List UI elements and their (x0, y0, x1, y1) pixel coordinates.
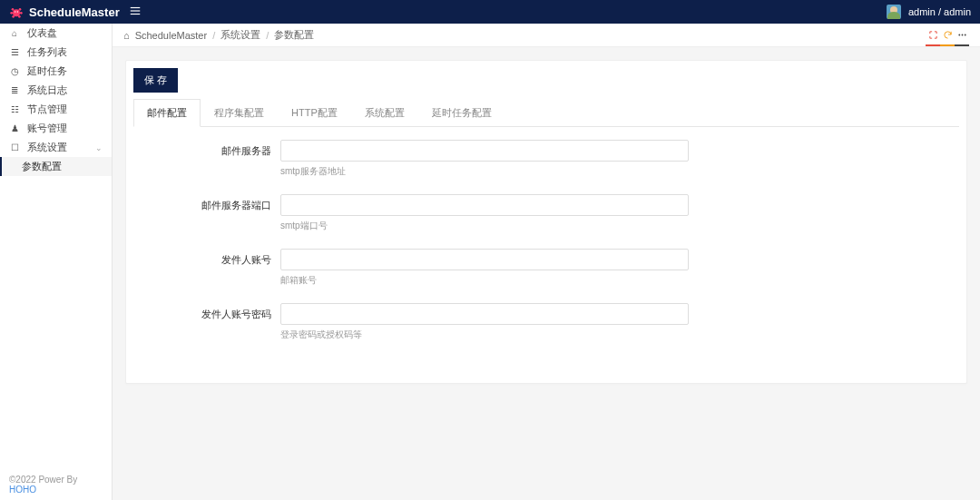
sidebar-item-label: 系统设置 (27, 141, 67, 154)
sidebar-item-label: 系统日志 (27, 83, 67, 97)
settings-card: 保 存 邮件配置 程序集配置 HTTP配置 系统配置 延时任务配置 邮件服务器 … (125, 60, 967, 384)
breadcrumb: ScheduleMaster / 系统设置 / 参数配置 (135, 28, 315, 42)
menu-toggle-icon[interactable] (129, 5, 142, 20)
form-row-smtp-server: 邮件服务器 smtp服务器地址 (144, 140, 948, 178)
form-help: 登录密码或授权码等 (280, 328, 689, 341)
svg-point-13 (961, 34, 963, 36)
form-label: 发件人账号密码 (144, 303, 280, 321)
smtp-server-input[interactable] (280, 140, 689, 162)
sidebar-item-nodes[interactable]: ☷ 节点管理 (0, 100, 112, 119)
footer-prefix: ©2022 Power By (9, 475, 77, 485)
smtp-port-input[interactable] (280, 194, 689, 216)
content: 保 存 邮件配置 程序集配置 HTTP配置 系统配置 延时任务配置 邮件服务器 … (113, 47, 980, 500)
tab-assembly[interactable]: 程序集配置 (201, 99, 278, 127)
form-help: smtp端口号 (280, 220, 689, 232)
user-display: admin / admin (908, 6, 971, 17)
tab-email[interactable]: 邮件配置 (133, 99, 201, 127)
form-label: 邮件服务器 (144, 140, 280, 158)
breadcrumb-home-icon[interactable]: ⌂ (123, 30, 130, 41)
avatar (887, 5, 901, 19)
log-icon: ≣ (9, 85, 20, 95)
sidebar-item-settings[interactable]: ☐ 系统设置 ⌄ (0, 138, 112, 157)
svg-point-1 (12, 8, 15, 11)
svg-point-4 (20, 12, 23, 15)
save-button[interactable]: 保 存 (133, 68, 178, 93)
svg-rect-9 (130, 6, 140, 7)
form-label: 发件人账号 (144, 249, 280, 267)
breadcrumb-sep: / (266, 30, 269, 41)
breadcrumb-level1[interactable]: 系统设置 (220, 28, 260, 42)
svg-rect-10 (130, 10, 140, 11)
breadcrumb-root[interactable]: ScheduleMaster (135, 30, 208, 41)
list-icon: ☰ (9, 47, 20, 57)
form-row-sender-account: 发件人账号 邮箱账号 (144, 249, 948, 287)
form-row-smtp-port: 邮件服务器端口 smtp端口号 (144, 194, 948, 232)
main: ⌂ ScheduleMaster / 系统设置 / 参数配置 (113, 24, 980, 500)
email-config-form: 邮件服务器 smtp服务器地址 邮件服务器端口 smtp端口号 (126, 127, 966, 383)
topbar: ScheduleMaster admin / admin (0, 0, 980, 24)
sidebar-item-label: 仪表盘 (27, 26, 57, 40)
more-icon[interactable] (955, 28, 969, 43)
sidebar-footer: ©2022 Power By HOHO (0, 469, 112, 500)
sidebar-subitem-label: 参数配置 (22, 160, 62, 173)
svg-point-14 (964, 34, 965, 36)
svg-point-2 (19, 8, 22, 11)
footer-link[interactable]: HOHO (9, 485, 36, 495)
form-row-sender-password: 发件人账号密码 登录密码或授权码等 (144, 303, 948, 341)
sidebar-item-label: 延时任务 (27, 64, 67, 78)
sidebar-item-tasks[interactable]: ☰ 任务列表 (0, 43, 112, 62)
sidebar-item-accounts[interactable]: ♟ 账号管理 (0, 119, 112, 138)
svg-point-8 (17, 11, 18, 12)
brand-logo-icon (9, 5, 24, 19)
cog-icon: ☐ (9, 142, 20, 152)
svg-point-5 (12, 15, 15, 18)
sender-account-input[interactable] (280, 249, 689, 270)
sidebar: ⌂ 仪表盘 ☰ 任务列表 ◷ 延时任务 ≣ 系统日志 ☷ 节点管理 ♟ 账号管理… (0, 24, 113, 500)
svg-point-7 (15, 11, 15, 12)
fullscreen-icon[interactable] (926, 28, 940, 43)
form-label: 邮件服务器端口 (144, 194, 280, 212)
sidebar-item-logs[interactable]: ≣ 系统日志 (0, 81, 112, 100)
sender-password-input[interactable] (280, 303, 689, 325)
tab-tools (926, 28, 969, 43)
sidebar-item-delayed[interactable]: ◷ 延时任务 (0, 62, 112, 81)
topbar-user-area[interactable]: admin / admin (887, 5, 971, 19)
svg-point-12 (958, 34, 960, 36)
tab-system[interactable]: 系统配置 (351, 99, 418, 127)
sidebar-item-label: 账号管理 (27, 122, 67, 135)
breadcrumb-bar: ⌂ ScheduleMaster / 系统设置 / 参数配置 (113, 24, 980, 47)
sidebar-item-dashboard[interactable]: ⌂ 仪表盘 (0, 24, 112, 43)
user-icon: ♟ (9, 123, 20, 133)
home-icon: ⌂ (9, 28, 20, 38)
sidebar-item-label: 节点管理 (27, 103, 67, 116)
svg-rect-11 (130, 13, 140, 14)
breadcrumb-sep: / (212, 30, 215, 41)
form-help: 邮箱账号 (280, 274, 689, 287)
nodes-icon: ☷ (9, 104, 20, 114)
svg-point-6 (18, 15, 21, 18)
form-help: smtp服务器地址 (280, 165, 689, 178)
brand: ScheduleMaster (9, 5, 120, 19)
sidebar-item-label: 任务列表 (27, 45, 67, 59)
tab-delayed[interactable]: 延时任务配置 (418, 99, 505, 127)
chevron-down-icon: ⌄ (95, 143, 103, 152)
refresh-icon[interactable] (940, 28, 955, 43)
brand-name: ScheduleMaster (29, 5, 120, 19)
tab-http[interactable]: HTTP配置 (278, 99, 351, 127)
svg-point-3 (10, 12, 13, 15)
config-tabs: 邮件配置 程序集配置 HTTP配置 系统配置 延时任务配置 (133, 98, 959, 127)
clock-icon: ◷ (9, 66, 20, 76)
sidebar-subitem-params[interactable]: 参数配置 (0, 157, 112, 176)
breadcrumb-level2: 参数配置 (274, 28, 314, 42)
